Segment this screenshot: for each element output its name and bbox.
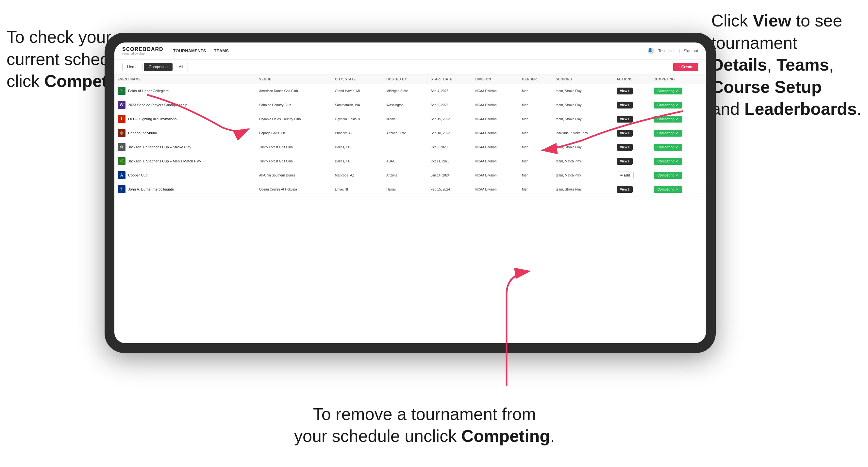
start-date-cell: Jan 14, 2024 [428,168,472,182]
team-logo: 🏌 [118,185,125,193]
competing-button[interactable]: Competing ✓ [654,116,682,123]
competing-button[interactable]: Competing ✓ [654,158,682,165]
col-competing: COMPETING [650,75,706,84]
filter-bar: Home Competing All + Create [114,60,706,75]
view-button[interactable]: View ℹ [617,144,633,151]
annotation-course-setup-bold: Course Setup [711,77,822,96]
tablet-frame: SCOREBOARD Powered by clipp TOURNAMENTS … [104,33,716,353]
nav-right: 👤 Test User | Sign out [648,48,698,54]
start-date-cell: Sep 4, 2023 [428,84,472,98]
start-date-cell: Oct 11, 2023 [428,154,472,168]
annotation-view-bold: View [753,11,792,30]
city-state-cell: Phoenix, AZ [332,126,383,140]
venue-cell: Trinity Forest Golf Club [256,154,332,168]
hosted-by-cell: Arizona State [383,126,428,140]
start-date-cell: Sep 18, 2023 [428,126,472,140]
event-name-cell: ⚙ Jackson T. Stephens Cup – Stroke Play [114,140,256,154]
competing-button[interactable]: Competing ✓ [654,102,682,108]
nav-teams[interactable]: TEAMS [214,47,229,55]
competing-cell[interactable]: Competing ✓ [650,182,706,196]
gender-cell: Men [519,98,553,112]
competing-cell[interactable]: Competing ✓ [650,98,706,112]
tab-all[interactable]: All [174,63,188,71]
view-button[interactable]: View ℹ [617,88,633,94]
scoreboard-title: SCOREBOARD [122,46,163,52]
division-cell: NCAA Division I [472,182,519,196]
competing-cell[interactable]: Competing ✓ [650,140,706,154]
city-state-cell: Olympia Fields, IL [332,112,383,126]
create-button[interactable]: + Create [673,63,698,71]
col-gender: GENDER [519,75,553,84]
competing-button[interactable]: Competing ✓ [654,88,682,94]
competing-cell[interactable]: Competing ✓ [650,168,706,182]
annotation-details-bold: Details [711,55,767,74]
team-logo: 🏌 [118,87,125,95]
competing-cell[interactable]: Competing ✓ [650,126,706,140]
view-button[interactable]: View ℹ [617,102,633,108]
team-logo: 🌿 [118,157,125,165]
scoring-cell: team, Stroke Play [553,140,613,154]
table-row: ⚙ Jackson T. Stephens Cup – Stroke Play … [114,140,706,154]
competing-button[interactable]: Competing ✓ [654,186,682,193]
col-start-date: START DATE [428,75,472,84]
tab-competing[interactable]: Competing [144,63,173,71]
table-row: 🏌 John A. Burns Intercollegiate Ocean Co… [114,182,706,196]
city-state-cell: Maricopa, AZ [332,168,383,182]
venue-cell: Ak-Chin Southern Dunes [256,168,332,182]
table-row: W 2023 Sahalee Players Championship Saha… [114,98,706,112]
team-logo: A [118,171,125,179]
event-name-cell: W 2023 Sahalee Players Championship [114,98,256,112]
col-hosted-by: HOSTED BY [383,75,428,84]
col-division: DIVISION [472,75,519,84]
col-event-name: EVENT NAME [114,75,256,84]
event-name-cell: 🌿 Jackson T. Stephens Cup – Men's Match … [114,154,256,168]
edit-button[interactable]: ✏ Edit [617,172,634,179]
competing-button[interactable]: Competing ✓ [654,130,682,136]
scoring-cell: team, Stroke Play [553,182,613,196]
city-state-cell: Lihue, HI [332,182,383,196]
tab-home[interactable]: Home [122,63,143,71]
action-cell[interactable]: View ℹ [613,112,650,126]
action-cell[interactable]: ✏ Edit [613,168,650,182]
event-name-cell: 🏌 Folds of Honor Collegiate [114,84,256,98]
gender-cell: Men [519,182,553,196]
competing-button[interactable]: Competing ✓ [654,144,682,151]
city-state-cell: Dallas, TX [332,140,383,154]
action-cell[interactable]: View ℹ [613,98,650,112]
user-icon: 👤 [648,48,654,54]
venue-cell: Trinity Forest Golf Club [256,140,332,154]
gender-cell: Men [519,84,553,98]
nav-tournaments[interactable]: TOURNAMENTS [173,47,206,55]
division-cell: NCAA Division I [472,126,519,140]
hosted-by-cell: Illinois [383,112,428,126]
competing-cell[interactable]: Competing ✓ [650,154,706,168]
action-cell[interactable]: View ℹ [613,84,650,98]
view-button[interactable]: View ℹ [617,116,633,123]
action-cell[interactable]: View ℹ [613,140,650,154]
annotation-leaderboards-bold: Leaderboards [744,99,857,118]
venue-cell: Olympia Fields Country Club [256,112,332,126]
action-cell[interactable]: View ℹ [613,182,650,196]
gender-cell: Men [519,126,553,140]
action-cell[interactable]: View ℹ [613,126,650,140]
scoring-cell: team, Match Play [553,154,613,168]
competing-cell[interactable]: Competing ✓ [650,84,706,98]
city-state-cell: Sammamish, WA [332,98,383,112]
table-row: 🌿 Jackson T. Stephens Cup – Men's Match … [114,154,706,168]
tablet-screen: SCOREBOARD Powered by clipp TOURNAMENTS … [114,42,706,343]
event-name-text: Jackson T. Stephens Cup – Men's Match Pl… [128,159,201,163]
action-cell[interactable]: View ℹ [613,154,650,168]
table-row: 🏌 Folds of Honor Collegiate American Dun… [114,84,706,98]
event-name-text: Copper Cup [128,173,147,177]
table-row: 🌵 Papago Individual Papago Golf ClubPhoe… [114,126,706,140]
start-date-cell: Feb 15, 2024 [428,182,472,196]
view-button[interactable]: View ℹ [617,158,633,165]
view-button[interactable]: View ℹ [617,186,633,193]
sign-out-link[interactable]: Sign out [684,49,698,53]
table-row: I OFCC Fighting Illini Invitational Olym… [114,112,706,126]
col-scoring: SCORING [553,75,613,84]
team-logo: W [118,101,125,109]
competing-cell[interactable]: Competing ✓ [650,112,706,126]
competing-button[interactable]: Competing ✓ [654,172,682,179]
view-button[interactable]: View ℹ [617,130,633,136]
